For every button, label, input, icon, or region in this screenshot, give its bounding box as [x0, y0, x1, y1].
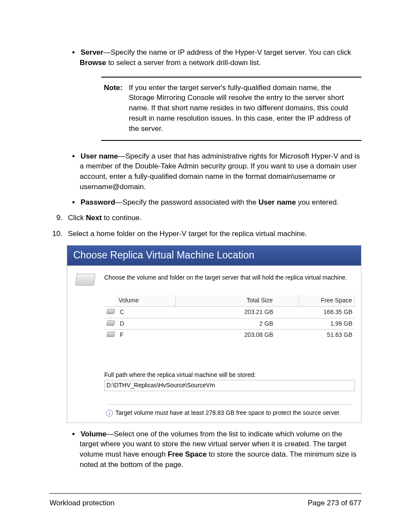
info-text: Target volume must have at least 278.83 … [115, 409, 341, 417]
path-label: Full path where the replica virtual mach… [104, 371, 352, 380]
figure-replica-location: Choose Replica Virtual Machine Location … [67, 245, 361, 423]
col-volume[interactable]: Volume [115, 295, 176, 306]
label-free-space: Free Space [168, 450, 207, 458]
volume-table: Volume Total Size Free Space C 203.21 GB… [104, 295, 355, 340]
disk-icon [106, 309, 115, 314]
page-footer: Workload protection Page 273 of 677 [50, 494, 361, 508]
step-9-number: 9. [50, 213, 62, 223]
cell-total: 203.21 GB [177, 307, 299, 318]
bullet-list-top: Server—Specify the name or IP address of… [50, 47, 361, 208]
figure-description: Choose the volume and folder on the targ… [104, 274, 347, 289]
step-10-number: 10. [50, 229, 62, 239]
disk-icon [106, 332, 115, 337]
cell-free: 51.63 GB [299, 330, 355, 341]
note-body: If you enter the target server's fully-q… [129, 83, 359, 134]
table-row[interactable]: C 203.21 GB 166.35 GB [104, 307, 355, 318]
note-label: Note: [104, 83, 129, 134]
cell-volume: F [117, 330, 177, 341]
drive-icon [76, 274, 97, 289]
label-volume: Volume [81, 430, 106, 438]
bullet-server: Server—Specify the name or IP address of… [80, 47, 361, 141]
label-username-inline: User name [258, 198, 296, 206]
col-total-size[interactable]: Total Size [176, 295, 299, 306]
label-next: Next [86, 214, 102, 222]
path-input[interactable]: D:\DTHV_Replicas\HvSource\SourceVm [104, 380, 355, 391]
label-server: Server [81, 48, 103, 56]
figure-title: Choose Replica Virtual Machine Location [67, 246, 361, 266]
info-icon: i [106, 410, 113, 417]
cell-free: 166.35 GB [299, 307, 355, 318]
cell-total: 203.08 GB [177, 330, 299, 341]
footer-section: Workload protection [50, 498, 115, 508]
label-username: User name [81, 152, 118, 160]
info-row: i Target volume must have at least 278.8… [106, 404, 352, 419]
footer-page: Page 273 of 677 [308, 498, 361, 508]
cell-free: 1.99 GB [299, 318, 355, 330]
cell-volume: D [117, 318, 177, 330]
text-username: —Specify a user that has administrative … [80, 152, 360, 191]
disk-icon [106, 320, 115, 326]
step-9-text-1: Click [68, 214, 86, 222]
step-9-text-2: to continue. [102, 214, 142, 222]
text-password-1: —Specify the password associated with th… [115, 198, 258, 206]
text-password-2: you entered. [296, 198, 339, 206]
label-browse: Browse [80, 59, 106, 67]
bullet-password: Password—Specify the password associated… [80, 197, 361, 208]
text-server-2: to select a server from a network drill-… [106, 59, 261, 67]
cell-total: 2 GB [177, 318, 299, 330]
col-free-space[interactable]: Free Space [299, 295, 355, 306]
text-server-1: —Specify the name or IP address of the H… [103, 48, 351, 56]
bullet-username: User name—Specify a user that has admini… [80, 151, 361, 192]
table-row[interactable]: F 203.08 GB 51.63 GB [104, 330, 355, 341]
table-header-row: Volume Total Size Free Space [104, 295, 355, 307]
note-box: Note: If you enter the target server's f… [101, 77, 361, 141]
cell-volume: C [117, 307, 177, 318]
bullet-volume: Volume—Select one of the volumes from th… [80, 429, 361, 470]
table-row[interactable]: D 2 GB 1.99 GB [104, 318, 355, 330]
bullet-list-bottom: Volume—Select one of the volumes from th… [50, 429, 361, 470]
label-password: Password [81, 198, 115, 206]
step-10-text: Select a home folder on the Hyper-V targ… [65, 229, 360, 239]
